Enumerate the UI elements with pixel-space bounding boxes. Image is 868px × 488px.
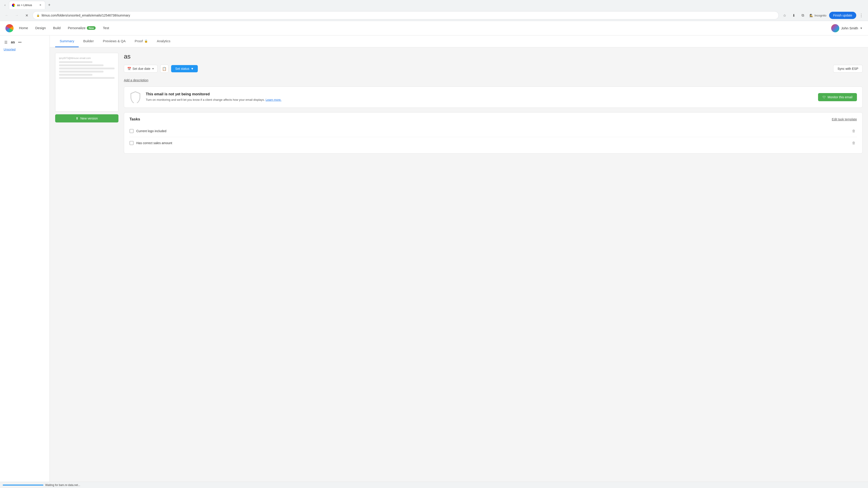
finish-update-button[interactable]: Finish update (829, 12, 856, 19)
nav-personalize-label: Personalize (68, 26, 86, 30)
tab-summary[interactable]: Summary (55, 35, 79, 47)
address-bar-input[interactable]: 🔒 litmus.com/folders/unsorted_emails/ema… (33, 11, 779, 20)
thumbnail-sender: ipny0t73@litmuse email.com (59, 57, 91, 59)
user-name: John Smith (841, 26, 858, 30)
monitor-learn-more-link[interactable]: Learn more. (266, 98, 281, 101)
tab-builder-label: Builder (83, 39, 94, 43)
thumb-line-3 (59, 68, 115, 69)
app-header: Home Design Build Personalize New Test J… (0, 21, 868, 35)
nav-home[interactable]: Home (19, 25, 28, 31)
due-date-label: Set due date (132, 67, 150, 70)
split-view-button[interactable]: ⧉ (799, 11, 807, 20)
table-row: Has correct sales amount 🗑 (129, 137, 857, 149)
add-description-link[interactable]: Add a description (124, 78, 148, 82)
task-checkbox-2[interactable] (129, 141, 133, 145)
tab-nav-prev[interactable]: ‹ (2, 2, 8, 8)
task-label-2: Has correct sales amount (136, 141, 848, 145)
tab-analytics-label: Analytics (157, 39, 170, 43)
proof-lock-icon: 🔒 (144, 39, 148, 43)
tab-favicon (12, 4, 15, 7)
tasks-header: Tasks Edit task template (129, 117, 857, 122)
tab-previews-qa[interactable]: Previews & QA (98, 35, 130, 47)
active-tab[interactable]: as > Litmus ✕ (9, 1, 45, 9)
monitor-desc: Turn on monitoring and we'll let you kno… (146, 98, 813, 102)
browser-chrome: ‹ as > Litmus ✕ + ← → ✕ 🔒 litmus.com/fol… (0, 0, 868, 21)
edit-task-template-link[interactable]: Edit task template (832, 118, 857, 121)
user-section[interactable]: John Smith ▼ (831, 24, 863, 32)
sidebar: ☰ as ••• Unsorted (0, 35, 50, 488)
tasks-title: Tasks (129, 117, 140, 122)
tab-proof-label: Proof (135, 39, 143, 43)
app-body: ☰ as ••• Unsorted Summary Builder Previe… (0, 35, 868, 488)
forward-button[interactable]: → (13, 11, 21, 20)
thumb-line-6 (59, 77, 115, 79)
task-checkbox-1[interactable] (129, 129, 133, 133)
tab-bar: ‹ as > Litmus ✕ + (0, 0, 868, 10)
address-text: litmus.com/folders/unsorted_emails/email… (41, 13, 775, 17)
app-logo (5, 24, 13, 32)
tab-summary-label: Summary (60, 39, 74, 43)
set-status-button[interactable]: Set status ▼ (171, 65, 198, 72)
sidebar-unsorted-link[interactable]: Unsorted (3, 47, 47, 52)
address-bar: ← → ✕ 🔒 litmus.com/folders/unsorted_emai… (0, 10, 868, 21)
nav-design[interactable]: Design (35, 25, 46, 31)
task-delete-button-2[interactable]: 🗑 (850, 140, 857, 146)
email-view: ipny0t73@litmuse email.com ⬆ New version (50, 47, 868, 159)
incognito-button[interactable]: 🕵 Incognito (808, 13, 828, 18)
download-button[interactable]: ⬇ (789, 11, 798, 20)
email-thumbnail: ipny0t73@litmuse email.com (55, 53, 119, 111)
shield-svg (130, 91, 141, 103)
sidebar-more-button[interactable]: ••• (17, 39, 23, 45)
table-row: Current logo included 🗑 (129, 125, 857, 137)
tab-previews-label: Previews & QA (103, 39, 126, 43)
incognito-label: Incognito (814, 14, 827, 17)
task-delete-button-1[interactable]: 🗑 (850, 128, 857, 134)
due-date-chevron-icon: ▼ (152, 67, 154, 70)
sidebar-title: as (11, 40, 15, 44)
status-progress-bar (3, 485, 43, 486)
thumb-line-4 (59, 71, 103, 72)
email-preview-panel: ipny0t73@litmuse email.com ⬆ New version (55, 53, 119, 154)
new-tab-button[interactable]: + (46, 2, 53, 8)
monitor-email-button[interactable]: 🛡 Monitor this email (818, 93, 857, 101)
email-actions: 📅 Set due date ▼ 📋 Set status ▼ Sync wit… (124, 65, 863, 73)
set-status-label: Set status (175, 67, 189, 70)
sidebar-header: ☰ as ••• (3, 39, 47, 45)
status-chevron-icon: ▼ (191, 67, 194, 70)
toolbar-actions: ☆ ⬇ ⧉ 🕵 Incognito Finish update ⋮ (780, 11, 865, 20)
more-options-button[interactable]: ⋮ (857, 11, 865, 20)
copy-button[interactable]: 📋 (160, 65, 168, 73)
new-version-upload-icon: ⬆ (76, 117, 79, 120)
nav-personalize[interactable]: Personalize New (68, 25, 96, 31)
thumbnail-content (59, 61, 115, 108)
copy-icon: 📋 (162, 67, 166, 71)
sync-esp-button[interactable]: Sync with ESP (833, 65, 863, 72)
back-button[interactable]: ← (3, 11, 11, 20)
tab-analytics[interactable]: Analytics (152, 35, 175, 47)
nav-personalize-badge: New (87, 26, 96, 30)
nav-build[interactable]: Build (53, 25, 61, 31)
due-date-button[interactable]: 📅 Set due date ▼ (124, 65, 158, 72)
new-version-label: New version (80, 117, 98, 120)
monitor-icon (129, 91, 141, 103)
main-content: Summary Builder Previews & QA Proof 🔒 An… (50, 35, 868, 488)
lock-icon: 🔒 (36, 14, 40, 17)
monitor-card: This email is not yet being monitored Tu… (124, 87, 863, 108)
tab-proof[interactable]: Proof 🔒 (130, 35, 152, 47)
tasks-card: Tasks Edit task template Current logo in… (124, 112, 863, 154)
tab-close-button[interactable]: ✕ (38, 3, 42, 7)
sidebar-toggle-button[interactable]: ☰ (3, 39, 9, 45)
incognito-icon: 🕵 (809, 14, 813, 17)
reload-button[interactable]: ✕ (23, 11, 31, 20)
tab-builder[interactable]: Builder (79, 35, 98, 47)
bookmark-button[interactable]: ☆ (780, 11, 789, 20)
task-label-1: Current logo included (136, 129, 848, 133)
user-chevron-icon: ▼ (860, 27, 863, 30)
monitor-title: This email is not yet being monitored (146, 92, 813, 96)
status-bar: Waiting for bam.nr-data.net... (0, 482, 868, 488)
user-avatar (831, 24, 839, 32)
email-details: as 📅 Set due date ▼ 📋 Set status ▼ Sync (124, 53, 863, 154)
nav-test[interactable]: Test (103, 25, 109, 31)
thumb-line-1 (59, 61, 92, 63)
new-version-button[interactable]: ⬆ New version (55, 114, 119, 123)
